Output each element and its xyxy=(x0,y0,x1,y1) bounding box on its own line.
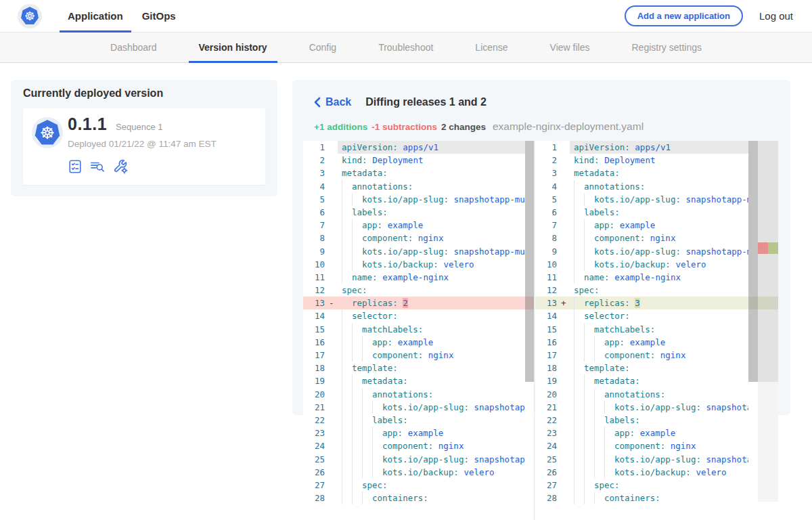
diff-line: 4annotations: xyxy=(303,180,534,193)
diff-line: 2kind: Deployment xyxy=(303,154,534,167)
deployed-version-panel: Currently deployed version ☸ 0.1.1 Seque… xyxy=(11,80,277,196)
diff-line: 15matchLabels: xyxy=(303,323,534,336)
diff-line: 20annotations: xyxy=(535,388,778,401)
scrollbar-thumb-old[interactable] xyxy=(525,141,534,382)
diff-line: 8component: nginx xyxy=(303,232,534,244)
diff-line: 12spec: xyxy=(535,284,778,297)
diff-line: 4annotations: xyxy=(535,180,778,193)
back-link[interactable]: Back xyxy=(314,96,351,108)
diff-line: 11name: example-nginx xyxy=(303,271,534,284)
diff-line: 23app: example xyxy=(535,427,778,439)
diff-line: 22labels: xyxy=(535,414,778,427)
sequence-label: Sequence 1 xyxy=(116,122,162,132)
tab-dashboard[interactable]: Dashboard xyxy=(89,32,178,63)
app-logo: ☸ xyxy=(32,117,63,148)
view-logs-icon[interactable] xyxy=(89,159,106,174)
diff-line: 8component: nginx xyxy=(535,232,778,244)
preflight-checks-icon[interactable] xyxy=(68,159,83,174)
top-navbar: ☸ Application GitOps Add a new applicati… xyxy=(0,0,812,32)
diff-line: 13+replicas: 3 xyxy=(535,297,778,309)
diff-filename: example-nginx-deployment.yaml xyxy=(493,121,644,133)
diff-line: 15matchLabels: xyxy=(535,323,778,336)
diff-line: 27spec: xyxy=(303,479,534,492)
diff-line: 14selector: xyxy=(303,309,534,322)
deployed-timestamp: Deployed 01/21/22 @ 11:47 am EST xyxy=(68,139,217,149)
diff-line: 16app: example xyxy=(303,336,534,349)
changes-count: 2 changes xyxy=(441,122,486,132)
version-number: 0.1.1 xyxy=(68,114,107,134)
ruler-viewport xyxy=(758,141,778,382)
diff-line: 21kots.io/app-slug: snapshotap xyxy=(303,401,534,414)
diff-line: 19metadata: xyxy=(535,374,778,387)
diff-line: 28containers: xyxy=(535,492,778,504)
diff-line: 25kots.io/app-slug: snapshotap xyxy=(535,453,778,466)
diff-line: 12spec: xyxy=(303,284,534,297)
app-subnav: Dashboard Version history Config Trouble… xyxy=(0,32,812,63)
diff-line: 20annotations: xyxy=(303,388,534,401)
tab-config[interactable]: Config xyxy=(288,32,357,63)
diff-line: 7app: example xyxy=(303,219,534,232)
diff-line: 21kots.io/app-slug: snapshotap xyxy=(535,401,778,414)
scrollbar-thumb-new[interactable] xyxy=(748,141,758,382)
diff-pane-new: 1apiVersion: apps/v12kind: Deployment3me… xyxy=(535,141,778,520)
additions-count: +1 additions xyxy=(314,122,367,132)
code-lines-new: 1apiVersion: apps/v12kind: Deployment3me… xyxy=(535,141,778,504)
add-application-button[interactable]: Add a new application xyxy=(625,5,743,26)
diff-line: 25kots.io/app-slug: snapshotap xyxy=(303,453,534,466)
diff-line: 5kots.io/app-slug: snapshotapp-mu xyxy=(535,193,778,206)
diff-line: 1apiVersion: apps/v1 xyxy=(535,141,778,154)
kubernetes-wheel-icon: ☸ xyxy=(21,7,39,25)
tab-troubleshoot[interactable]: Troubleshoot xyxy=(357,32,454,63)
diff-line: 1apiVersion: apps/v1 xyxy=(303,141,534,154)
diff-line: 10kots.io/backup: velero xyxy=(535,258,778,271)
code-lines-old: 1apiVersion: apps/v12kind: Deployment3me… xyxy=(303,141,534,504)
version-actions xyxy=(68,158,128,174)
diff-line: 5kots.io/app-slug: snapshotapp-mu xyxy=(303,193,534,206)
diff-line: 14selector: xyxy=(535,309,778,322)
diff-line: 10kots.io/backup: velero xyxy=(303,258,534,271)
edit-config-icon[interactable] xyxy=(112,158,128,174)
subtractions-count: -1 subtractions xyxy=(371,122,437,132)
kubernetes-wheel-icon: ☸ xyxy=(35,120,60,146)
added-change-marker xyxy=(768,242,778,254)
diff-line: 19metadata: xyxy=(303,374,534,387)
diff-line: 11name: example-nginx xyxy=(535,271,778,284)
diff-line: 27spec: xyxy=(535,479,778,492)
diff-line: 7app: example xyxy=(535,219,778,232)
diff-line: 28containers: xyxy=(303,492,534,504)
diff-overview-ruler[interactable] xyxy=(758,141,778,520)
diff-stats: +1 additions -1 subtractions 2 changes e… xyxy=(314,121,644,133)
kots-admin-console: ☸ Application GitOps Add a new applicati… xyxy=(0,0,812,520)
logout-link[interactable]: Log out xyxy=(759,10,793,22)
diff-line: 3metadata: xyxy=(303,167,534,179)
tab-version-history[interactable]: Version history xyxy=(178,32,288,63)
diff-line: 24component: nginx xyxy=(303,439,534,452)
deployed-version-card: ☸ 0.1.1 Sequence 1 Deployed 01/21/22 @ 1… xyxy=(23,108,265,185)
diff-line: 18template: xyxy=(535,362,778,374)
removed-change-marker xyxy=(758,242,768,254)
diff-line: 17component: nginx xyxy=(303,349,534,362)
nav-tab-application[interactable]: Application xyxy=(58,0,133,32)
diff-line: 6labels: xyxy=(303,206,534,219)
diff-line: 23app: example xyxy=(303,427,534,439)
chevron-left-icon xyxy=(314,97,321,108)
nav-tab-gitops[interactable]: GitOps xyxy=(133,0,185,32)
tab-registry-settings[interactable]: Registry settings xyxy=(611,32,723,63)
diff-line: 26kots.io/backup: velero xyxy=(535,466,778,479)
diff-line: 17component: nginx xyxy=(535,349,778,362)
tab-license[interactable]: License xyxy=(454,32,528,63)
diff-pane-old: 1apiVersion: apps/v12kind: Deployment3me… xyxy=(303,141,535,520)
diff-line: 26kots.io/backup: velero xyxy=(303,466,534,479)
tab-view-files[interactable]: View files xyxy=(529,32,611,63)
diff-line: 2kind: Deployment xyxy=(535,154,778,167)
kubernetes-logo: ☸ xyxy=(18,4,42,28)
diff-line: 22labels: xyxy=(303,414,534,427)
diff-line: 9kots.io/app-slug: snapshotapp-mu xyxy=(303,245,534,258)
diff-line: 24component: nginx xyxy=(535,439,778,452)
diff-line: 18template: xyxy=(303,362,534,374)
deployed-version-title: Currently deployed version xyxy=(23,87,163,100)
diff-line: 3metadata: xyxy=(535,167,778,179)
diff-line: 16app: example xyxy=(535,336,778,349)
diff-line: 6labels: xyxy=(535,206,778,219)
diff-line: 13-replicas: 2 xyxy=(303,297,534,309)
